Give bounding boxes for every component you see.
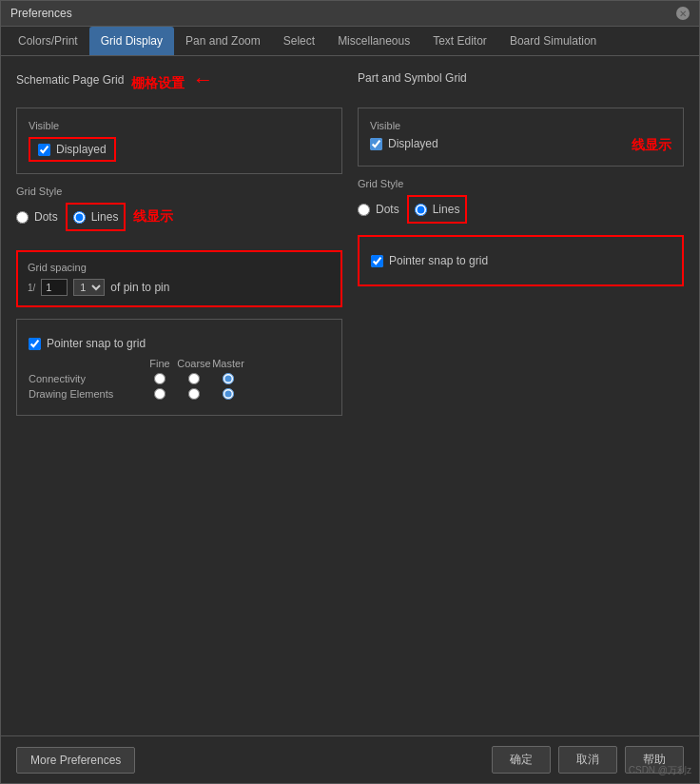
pointer-snap-row-left: Pointer snap to grid <box>29 337 330 350</box>
tab-miscellaneous[interactable]: Miscellaneous <box>326 27 421 55</box>
connectivity-fine-radio <box>143 373 177 384</box>
conn-header-row: Fine Coarse Master <box>143 358 330 369</box>
tab-select[interactable]: Select <box>272 27 326 55</box>
lines-radio-highlighted-right: Lines <box>407 195 468 224</box>
drawing-elements-label: Drawing Elements <box>29 388 143 400</box>
drawing-fine-radio <box>143 388 177 400</box>
drawing-elements-row: Drawing Elements <box>29 388 330 400</box>
part-visible-panel: Visible Displayed 线显示 <box>358 108 684 167</box>
drawing-master-radio <box>211 388 245 400</box>
lines-radio-left[interactable] <box>73 211 86 224</box>
right-column: Part and Symbol Grid Visible Displayed 线… <box>358 71 684 720</box>
more-preferences-button[interactable]: More Preferences <box>16 747 135 774</box>
window-title: Preferences <box>10 7 72 20</box>
dots-label-left: Dots <box>34 210 58 224</box>
tab-board-simulation[interactable]: Board Simulation <box>498 27 608 55</box>
part-symbol-grid-title: Part and Symbol Grid <box>358 71 467 85</box>
connectivity-label: Connectivity <box>29 373 143 384</box>
fine-header: Fine <box>143 358 177 369</box>
grid-style-label-right: Grid Style <box>358 178 684 189</box>
dots-radio-right[interactable] <box>358 204 370 216</box>
pointer-snap-checkbox-left[interactable] <box>29 338 41 350</box>
chinese-annotation-left: 棚格设置 <box>131 75 185 92</box>
displayed-checkbox-right[interactable] <box>370 138 382 150</box>
watermark: CSDN @万利z <box>629 764 691 777</box>
draw-fine-radio[interactable] <box>154 388 165 400</box>
pointer-snap-checkbox-right[interactable] <box>371 255 383 267</box>
spacing-select[interactable]: 1 2 4 <box>73 279 105 296</box>
visible-label-left: Visible <box>29 120 330 131</box>
lines-annotation-left: 线显示 <box>133 208 173 225</box>
dots-radio-row-left: Dots <box>16 210 58 224</box>
lines-label-right: Lines <box>433 203 460 216</box>
dots-radio-row-right: Dots <box>358 203 399 216</box>
spacing-input[interactable] <box>41 279 68 296</box>
grid-style-section-right: Grid Style Dots Lines <box>358 178 684 224</box>
close-button[interactable]: ✕ <box>676 7 690 20</box>
preferences-window: Preferences ✕ Colors/Print Grid Display … <box>0 0 700 784</box>
tab-colors-print[interactable]: Colors/Print <box>7 27 89 55</box>
conn-fine-radio[interactable] <box>154 373 165 384</box>
displayed-checkbox-left[interactable] <box>38 144 50 156</box>
main-content: Schematic Page Grid 棚格设置 ← Visible Displ… <box>1 56 699 735</box>
pointer-snap-label-left: Pointer snap to grid <box>47 337 146 350</box>
connectivity-table: Fine Coarse Master Connectivity <box>29 358 330 400</box>
dots-radio-left[interactable] <box>16 211 29 224</box>
spacing-fraction: 1/ <box>28 283 35 293</box>
schematic-page-grid-title: Schematic Page Grid <box>16 73 124 87</box>
master-header: Master <box>211 358 245 369</box>
grid-style-section-left: Grid Style Dots Lines 线显示 <box>16 186 342 231</box>
conn-master-radio[interactable] <box>223 373 234 384</box>
left-column: Schematic Page Grid 棚格设置 ← Visible Displ… <box>16 71 342 720</box>
displayed-checkbox-highlighted-left: Displayed <box>29 137 116 162</box>
title-bar: Preferences ✕ <box>1 1 699 27</box>
connectivity-master-radio <box>211 373 245 384</box>
draw-master-radio[interactable] <box>223 388 234 400</box>
coarse-header: Coarse <box>177 358 211 369</box>
lines-radio-highlighted-left: Lines <box>66 203 126 231</box>
drawing-coarse-radio <box>177 388 211 400</box>
tab-text-editor[interactable]: Text Editor <box>421 27 498 55</box>
pointer-snap-label-right: Pointer snap to grid <box>389 254 488 267</box>
dots-label-right: Dots <box>376 203 399 216</box>
visible-label-right: Visible <box>370 120 671 131</box>
displayed-label-right: Displayed <box>388 137 438 150</box>
chinese-annotation-right: 线显示 <box>632 137 671 152</box>
tab-pan-zoom[interactable]: Pan and Zoom <box>174 27 272 55</box>
tab-grid-display[interactable]: Grid Display <box>89 27 174 55</box>
draw-coarse-radio[interactable] <box>188 388 200 400</box>
cancel-button[interactable]: 取消 <box>558 746 617 774</box>
connectivity-coarse-radio <box>177 373 211 384</box>
connectivity-row: Connectivity <box>29 373 330 384</box>
pointer-snap-panel-right: Pointer snap to grid <box>358 235 684 286</box>
spacing-of-pin: of pin to pin <box>110 281 169 294</box>
footer-left: More Preferences <box>16 747 135 774</box>
grid-spacing-label: Grid spacing <box>28 262 331 273</box>
footer: More Preferences 确定 取消 帮助 <box>1 735 699 783</box>
pointer-snap-panel-left: Pointer snap to grid Fine Coarse Master … <box>16 319 342 416</box>
lines-radio-right[interactable] <box>415 204 427 216</box>
confirm-button[interactable]: 确定 <box>492 746 551 774</box>
pointer-snap-row-right: Pointer snap to grid <box>371 254 671 267</box>
lines-label-left: Lines <box>91 210 119 224</box>
arrow-icon: ← <box>192 68 213 92</box>
tab-bar: Colors/Print Grid Display Pan and Zoom S… <box>1 27 699 56</box>
spacing-row: 1/ 1 2 4 of pin to pin <box>28 279 331 296</box>
displayed-label-left: Displayed <box>56 143 107 156</box>
conn-coarse-radio[interactable] <box>188 373 200 384</box>
grid-style-label-left: Grid Style <box>16 186 342 197</box>
grid-spacing-panel: Grid spacing 1/ 1 2 4 of pin to pin <box>16 250 342 307</box>
schematic-visible-panel: Visible Displayed <box>16 108 342 174</box>
